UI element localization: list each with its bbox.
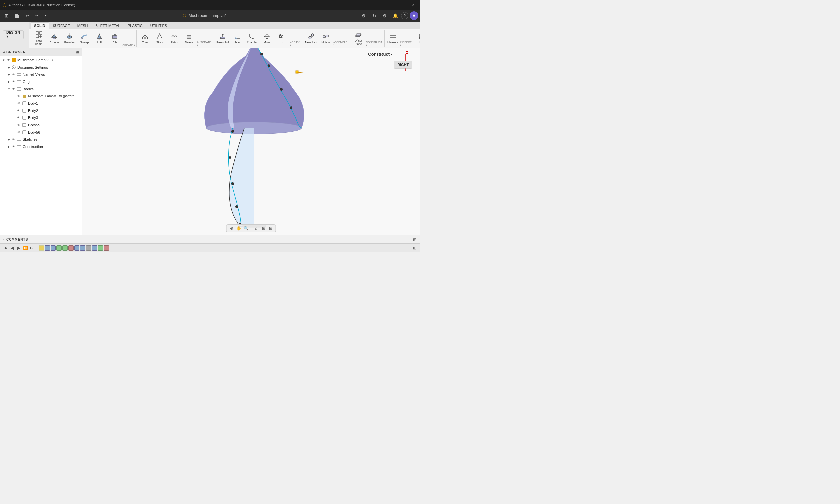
eye-bodies[interactable]: 👁: [11, 87, 16, 91]
tab-utilities[interactable]: UTILITIES: [147, 22, 171, 29]
timeline-item-8[interactable]: [80, 246, 85, 251]
tree-item-body1[interactable]: ▶ 👁 Body1: [0, 100, 82, 107]
design-dropdown[interactable]: DESIGN ▾: [3, 30, 24, 39]
tree-arrow-sketches[interactable]: ▶: [6, 137, 11, 142]
settings-button[interactable]: ⚙: [359, 11, 368, 20]
help-button[interactable]: ?: [401, 12, 408, 19]
maximize-button[interactable]: □: [400, 2, 408, 8]
eye-body3[interactable]: 👁: [16, 115, 21, 120]
eye-root[interactable]: 👁: [6, 58, 11, 62]
nav-more-button[interactable]: ▾: [41, 12, 50, 19]
zoom-button[interactable]: 🔍: [243, 226, 249, 231]
timeline-item-7[interactable]: [74, 246, 79, 251]
sync-button[interactable]: ↻: [370, 11, 379, 20]
new-joint-button[interactable]: New Joint: [304, 30, 318, 47]
measure-button[interactable]: Measure: [386, 30, 399, 47]
tree-item-body3[interactable]: ▶ 👁 Body3: [0, 114, 82, 121]
redo-button[interactable]: ↪: [32, 12, 41, 19]
timeline-item-12[interactable]: [104, 246, 109, 251]
tree-item-construction[interactable]: ▶ 👁 Construction: [0, 143, 82, 150]
undo-button[interactable]: ↩: [23, 12, 32, 19]
tree-arrow-named-views[interactable]: ▶: [6, 72, 11, 77]
timeline-item-2[interactable]: [44, 246, 50, 251]
comments-toggle[interactable]: ▸: [3, 238, 4, 241]
eye-body1[interactable]: 👁: [16, 101, 21, 106]
tree-item-root[interactable]: ▼ 👁 Mushroom_Lamp v5 ●: [0, 56, 82, 64]
view-home-button[interactable]: ⌂: [253, 226, 259, 231]
eye-origin[interactable]: 👁: [11, 79, 16, 84]
tree-item-body2[interactable]: ▶ 👁 Body2: [0, 107, 82, 114]
timeline-item-6[interactable]: [68, 246, 73, 251]
comments-settings[interactable]: ⊞: [412, 237, 417, 242]
extend-button[interactable]: Stitch: [153, 30, 167, 47]
view-cube[interactable]: Z RIGHT: [394, 51, 417, 74]
timeline-item-3[interactable]: [51, 246, 56, 251]
timeline-play[interactable]: ▶: [16, 245, 22, 251]
view-grid-button[interactable]: ⊞: [261, 226, 267, 231]
eye-body55[interactable]: 👁: [16, 123, 21, 127]
offset-plane-button[interactable]: Offset Plane: [352, 30, 365, 47]
tree-item-doc-settings[interactable]: ▶ Document Settings: [0, 64, 82, 71]
tree-arrow-doc-settings[interactable]: ▶: [6, 65, 11, 70]
tree-item-named-views[interactable]: ▶ 👁 Named Views: [0, 71, 82, 78]
tree-arrow-root[interactable]: ▼: [1, 58, 6, 62]
eye-body56[interactable]: 👁: [16, 130, 21, 134]
trim-button[interactable]: Trim: [138, 30, 152, 47]
chamfer-button[interactable]: Chamfer: [245, 30, 259, 47]
eye-construction[interactable]: 👁: [11, 144, 16, 149]
timeline-item-4[interactable]: [56, 246, 62, 251]
fillet-button[interactable]: Fillet: [230, 30, 245, 47]
timeline-item-9[interactable]: [86, 246, 91, 251]
preferences-button[interactable]: ⚙: [380, 11, 389, 20]
timeline-item-5[interactable]: [62, 246, 68, 251]
insert-image-button[interactable]: Insert: [415, 30, 420, 47]
tab-mesh[interactable]: MESH: [74, 22, 92, 29]
extrude-button[interactable]: Extrude: [47, 30, 61, 47]
motion-link-button[interactable]: Motion: [319, 30, 333, 47]
tree-item-sketches[interactable]: ▶ 👁 Sketches: [0, 136, 82, 143]
eye-body2[interactable]: 👁: [16, 108, 21, 113]
tree-arrow-origin[interactable]: ▶: [6, 79, 11, 84]
tree-arrow-bodies[interactable]: ▼: [6, 87, 11, 91]
timeline-prev[interactable]: ◀: [9, 245, 15, 251]
timeline-start[interactable]: ⏮: [3, 245, 8, 251]
close-button[interactable]: ×: [409, 2, 417, 8]
tree-item-body55[interactable]: ▶ 👁 Body55: [0, 121, 82, 129]
eye-sketches[interactable]: 👁: [11, 137, 16, 142]
avatar[interactable]: A: [410, 12, 418, 20]
new-component-button[interactable]: NewComp.: [32, 30, 46, 47]
timeline-settings[interactable]: ⊞: [412, 245, 417, 251]
timeline-next[interactable]: ⏩: [22, 245, 28, 251]
minimize-button[interactable]: —: [391, 2, 399, 8]
stitch-button[interactable]: Patch: [167, 30, 181, 47]
timeline-item-10[interactable]: [92, 246, 97, 251]
timeline-item-1[interactable]: [39, 246, 44, 251]
unstitch-button[interactable]: Delete: [182, 30, 196, 47]
tab-surface[interactable]: SURFACE: [49, 22, 73, 29]
sweep-button[interactable]: Sweep: [77, 30, 92, 47]
tab-solid[interactable]: SOLID: [31, 22, 49, 29]
eye-named-views[interactable]: 👁: [11, 72, 16, 77]
move-button[interactable]: Move: [260, 30, 274, 47]
file-button[interactable]: [13, 11, 22, 20]
tab-plastic[interactable]: PLASTIC: [124, 22, 146, 29]
tree-item-body56[interactable]: ▶ 👁 Body56: [0, 129, 82, 136]
tree-item-bodies[interactable]: ▼ 👁 Bodies: [0, 85, 82, 92]
revolve-button[interactable]: Revolve: [62, 30, 76, 47]
press-pull-button[interactable]: Press Pull: [216, 30, 230, 47]
eye-body-pattern[interactable]: 👁: [16, 94, 21, 98]
viewport[interactable]: Z RIGHT: [82, 48, 420, 235]
tree-arrow-construction[interactable]: ▶: [6, 144, 11, 149]
tree-item-body-pattern[interactable]: ▶ 👁 Mushroom_Lamp v1.stl (pattern): [0, 92, 82, 100]
orbit-button[interactable]: ⊕: [229, 226, 235, 231]
timeline-item-11[interactable]: [98, 246, 103, 251]
pan-button[interactable]: ✋: [236, 226, 242, 231]
timeline-end[interactable]: ⏭: [29, 245, 35, 251]
view-options-button[interactable]: ⊟: [268, 226, 274, 231]
grid-menu-button[interactable]: ⊞: [2, 11, 11, 20]
loft-button[interactable]: Loft: [92, 30, 107, 47]
notifications-button[interactable]: 🔔: [391, 11, 400, 20]
tree-item-origin[interactable]: ▶ 👁 Origin: [0, 78, 82, 85]
tab-sheet-metal[interactable]: SHEET METAL: [92, 22, 124, 29]
rib-button[interactable]: Rib: [107, 30, 122, 47]
